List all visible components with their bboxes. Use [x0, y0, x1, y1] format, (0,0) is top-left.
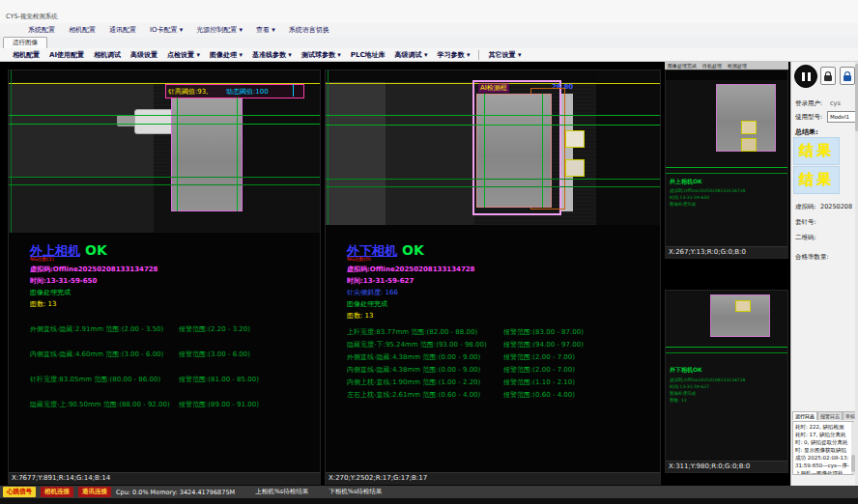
virtual-code-label: 虚拟码:	[795, 203, 816, 211]
menu-system-config[interactable]: 系统配置	[21, 25, 62, 35]
log-text[interactable]: 耗时: 222, 缺陷检测耗时: 17, 缺陷分离耗时: 0, 缺陷提取分离耗时…	[792, 421, 854, 475]
menu-view[interactable]: 查看 ▾	[249, 25, 282, 35]
barcode-label: 虚拟码:Offline20250208133134728	[347, 265, 475, 274]
thumb-info-line: 图像处理完成	[670, 202, 696, 207]
pause-button[interactable]	[794, 65, 817, 88]
lock-button[interactable]	[820, 67, 836, 85]
measure-line-green	[326, 179, 660, 180]
thumb-info-line: 图数: 13	[670, 398, 687, 403]
tool-plc-address[interactable]: PLC地址库	[346, 50, 390, 60]
ai-detect-label: AI检测框	[478, 83, 509, 93]
measure-line-green	[666, 173, 787, 174]
alarm-range: 报警范围:(2.00 - 7.00)	[503, 352, 575, 362]
menu-io-config[interactable]: IO卡配置 ▾	[143, 25, 189, 35]
frame-count-label: 图数: 13	[30, 299, 57, 309]
process-status-label: 图像处理完成	[347, 299, 387, 309]
toolbar: 相机配置 AI使用配置 相机调试 高级设置 点检设置 ▾ 图像处理 ▾ 基准线参…	[0, 48, 858, 62]
threshold-label: 针高阈值:93,	[168, 87, 209, 97]
thumb-header-detect: 检测处理	[728, 63, 747, 69]
thumb-info-line: 时间:13-31-59-627	[670, 384, 709, 389]
tool-advanced-debug[interactable]: 高级调试 ▾	[390, 50, 433, 60]
login-user-value: cys	[830, 99, 841, 107]
bright-feature	[741, 138, 757, 152]
alarm-range: 报警范围:(81.00 - 85.00)	[179, 375, 259, 384]
measurement-row: 内侧直线-隐藏:4.38mm 范围:(0.00 - 9.00)	[347, 365, 480, 375]
thumb-column-header: 图像处理完成 待机处理 检测处理	[665, 61, 788, 70]
pixel-coordinate-bar: X:7677;Y:891;R:14;G:14;B:14	[9, 472, 320, 484]
needle-holder-label: 套针号:	[795, 218, 816, 227]
lock-icon	[824, 75, 832, 81]
tool-other-settings[interactable]: 其它设置 ▾	[483, 50, 526, 60]
image-texture	[9, 84, 154, 177]
part-connector	[134, 109, 175, 134]
unlock-button[interactable]	[840, 67, 855, 85]
bright-feature	[741, 121, 757, 134]
tool-baseline-params[interactable]: 基准线参数 ▾	[247, 50, 297, 60]
measure-line-green	[484, 94, 485, 208]
image-texture	[596, 70, 660, 225]
alarm-range: 报警范围:(0.60 - 4.00)	[503, 390, 575, 400]
frame-count-label: 图数: 13	[347, 311, 374, 321]
measure-line-green	[9, 124, 320, 125]
pixel-coordinate-bar: X:267;Y:13;R:0;G:0;B:0	[666, 246, 787, 258]
process-status-label: 图像处理完成	[30, 288, 71, 297]
tab-run-log[interactable]: 运行日志	[792, 411, 817, 420]
result-box-upper: 结果	[793, 137, 840, 165]
reference-line-green	[328, 70, 329, 225]
menu-camera-config[interactable]: 相机配置	[62, 25, 102, 35]
thumb-panel-lower: 外下相机OK 虚拟码:Offline20250208133134728 时间:1…	[665, 290, 788, 473]
menu-light-config[interactable]: 光源控制配置 ▾	[189, 25, 249, 35]
time-label: 时间:13-31-59-627	[347, 276, 414, 286]
comm-link-indicator: 通讯连接	[78, 487, 111, 497]
tool-camera-config[interactable]: 相机配置	[8, 50, 44, 60]
lower-camera-view[interactable]: AI检测框 26.80	[326, 70, 660, 225]
measure-line-green	[666, 352, 787, 353]
pixel-coordinate-bar: X:270;Y:2502;R:17;G:17;B:17	[326, 472, 660, 484]
tool-image-processing[interactable]: 图像处理 ▾	[205, 50, 247, 60]
bright-feature	[565, 159, 585, 177]
menu-comm-config[interactable]: 通讯配置	[102, 25, 143, 35]
bottom-strip	[0, 498, 858, 504]
status-bar: 心跳信号 相机连接 通讯连接 Cpu: 0.0% Memory: 3424.41…	[0, 486, 858, 498]
image-texture	[326, 82, 386, 225]
upper-camera-panel: 针高阈值:93, 动态阈值:100 外上相机 OK NG点数(1) 虚拟码:Of…	[8, 70, 321, 485]
measure-line-green	[542, 94, 543, 208]
tool-learning-params[interactable]: 学习参数 ▾	[433, 50, 475, 60]
tool-testball-params[interactable]: 测试球参数 ▾	[297, 50, 346, 60]
model-select[interactable]: Model1	[827, 111, 858, 123]
tool-advanced-settings[interactable]: 高级设置	[126, 50, 162, 60]
model-label: 使用型号:	[795, 113, 822, 122]
measure-line-green	[9, 184, 320, 185]
thumb-result-line: 外下相机OK	[670, 366, 702, 375]
measure-line-green	[177, 98, 178, 211]
menu-language-switch[interactable]: 系统语言切换	[282, 25, 336, 35]
side-panel: 登录用户: cys 使用型号: Model1 总结果: 结果 结果 虚拟码: 2…	[790, 62, 858, 486]
measure-line-green	[666, 347, 787, 348]
thumb-panel-upper: 外上相机OK 虚拟码:Offline20250208133134728 时间:1…	[665, 70, 788, 259]
upper-camera-view[interactable]: 针高阈值:93, 动态阈值:100	[9, 70, 320, 233]
total-result-label: 总结果:	[795, 127, 818, 137]
ng-count-label: NG点数(0)	[347, 256, 371, 262]
menu-bar: 系统配置 相机配置 通讯配置 IO卡配置 ▾ 光源控制配置 ▾ 查看 ▾ 系统语…	[0, 23, 858, 37]
alarm-range: 报警范围:(94.00 - 97.00)	[503, 340, 584, 350]
thumb-upper-view[interactable]: 外上相机OK 虚拟码:Offline20250208133134728 时间:1…	[666, 70, 787, 247]
thumb-info-line: 虚拟码:Offline20250208133134728	[670, 188, 745, 193]
thumb-lower-view[interactable]: 外下相机OK 虚拟码:Offline20250208133134728 时间:1…	[666, 291, 787, 462]
ng-count-label: NG点数(1)	[30, 256, 54, 262]
tilt-label: 针尖倾斜度: 166	[347, 288, 398, 297]
image-texture	[386, 82, 474, 225]
title-bar: CYS-视觉检测系统	[0, 0, 858, 24]
measure-line-green	[326, 115, 660, 116]
tool-ai-config[interactable]: AI使用配置	[44, 50, 89, 60]
thumb-header-process: 图像处理完成	[668, 63, 697, 69]
tool-camera-debug[interactable]: 相机调试	[89, 50, 126, 60]
virtual-code-value: 20250208	[820, 203, 852, 210]
camera-link-indicator: 相机连接	[41, 487, 73, 497]
measurement-row: 内侧上枕-直线:1.90mm 范围:(1.00 - 2.20)	[347, 378, 480, 387]
result-ok-label: OK	[85, 242, 107, 258]
tab-alarm-log[interactable]: 报警日志	[817, 411, 843, 420]
lower-camera-panel: AI检测框 26.80 外下相机 OK NG点数(0) 虚拟码:Offline2…	[325, 70, 661, 485]
login-user-label: 登录用户:	[795, 99, 822, 108]
part-connector-tail	[117, 115, 136, 126]
tool-spotcheck-settings[interactable]: 点检设置 ▾	[162, 50, 205, 60]
